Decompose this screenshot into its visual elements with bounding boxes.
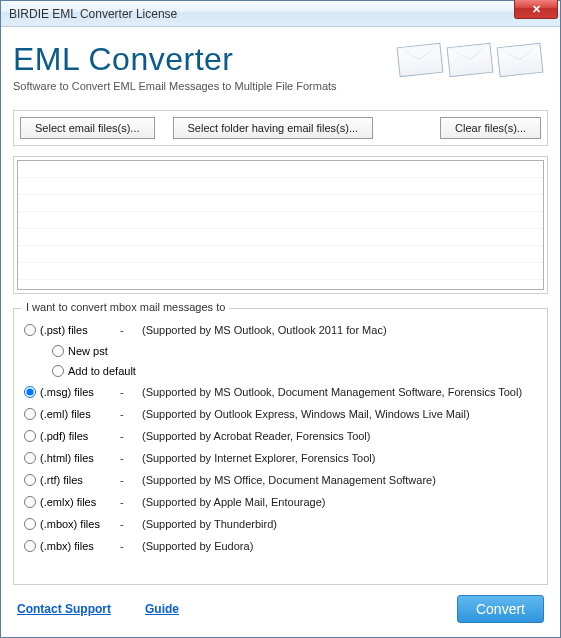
format-dash: - xyxy=(120,452,142,464)
format-label: (.mbox) files xyxy=(40,518,120,530)
format-dash: - xyxy=(120,496,142,508)
format-subrow-adddef: Add to default xyxy=(24,361,537,381)
convert-button[interactable]: Convert xyxy=(457,595,544,623)
format-desc: (Supported by MS Outlook, Outlook 2011 f… xyxy=(142,324,537,336)
envelope-icon xyxy=(397,43,444,77)
format-radio-msg[interactable] xyxy=(24,386,36,398)
format-row-mbx: (.mbx) files-(Supported by Eudora) xyxy=(24,535,537,557)
format-dash: - xyxy=(120,518,142,530)
format-subrow-newpst: New pst xyxy=(24,341,537,361)
format-desc: (Supported by Eudora) xyxy=(142,540,537,552)
format-radio-eml[interactable] xyxy=(24,408,36,420)
titlebar: BIRDIE EML Converter License ✕ xyxy=(1,1,560,27)
format-row-rtf: (.rtf) files-(Supported by MS Office, Do… xyxy=(24,469,537,491)
formats-table: (.pst) files-(Supported by MS Outlook, O… xyxy=(24,319,537,557)
envelope-decor xyxy=(398,45,542,75)
app-window: BIRDIE EML Converter License ✕ EML Conve… xyxy=(0,0,561,638)
formats-legend: I want to convert mbox mail messages to xyxy=(22,301,229,313)
app-subtitle: Software to Convert EML Email Messages t… xyxy=(13,80,548,92)
select-folder-button[interactable]: Select folder having email files(s)... xyxy=(173,117,374,139)
format-subradio-adddef[interactable] xyxy=(52,365,64,377)
format-row-emlx: (.emlx) files-(Supported by Apple Mail, … xyxy=(24,491,537,513)
format-row-msg: (.msg) files-(Supported by MS Outlook, D… xyxy=(24,381,537,403)
format-desc: (Supported by Thunderbird) xyxy=(142,518,537,530)
envelope-icon xyxy=(447,43,494,77)
file-listbox[interactable] xyxy=(17,160,544,290)
format-subradio-newpst[interactable] xyxy=(52,345,64,357)
format-label: (.rtf) files xyxy=(40,474,120,486)
format-dash: - xyxy=(120,430,142,442)
format-label: (.mbx) files xyxy=(40,540,120,552)
format-label: (.pst) files xyxy=(40,324,120,336)
footer: Contact Support Guide Convert xyxy=(13,585,548,625)
format-row-pdf: (.pdf) files-(Supported by Acrobat Reade… xyxy=(24,425,537,447)
format-row-pst: (.pst) files-(Supported by MS Outlook, O… xyxy=(24,319,537,341)
header: EML Converter Software to Convert EML Em… xyxy=(13,37,548,104)
file-list-group xyxy=(13,156,548,294)
envelope-icon xyxy=(497,43,544,77)
format-dash: - xyxy=(120,408,142,420)
format-sublabel: New pst xyxy=(68,345,108,357)
format-dash: - xyxy=(120,324,142,336)
format-dash: - xyxy=(120,474,142,486)
format-dash: - xyxy=(120,540,142,552)
format-desc: (Supported by Internet Explorer, Forensi… xyxy=(142,452,537,464)
format-row-eml: (.eml) files-(Supported by Outlook Expre… xyxy=(24,403,537,425)
format-row-mbox: (.mbox) files-(Supported by Thunderbird) xyxy=(24,513,537,535)
toolbar: Select email files(s)... Select folder h… xyxy=(13,110,548,146)
format-radio-pst[interactable] xyxy=(24,324,36,336)
format-desc: (Supported by Acrobat Reader, Forensics … xyxy=(142,430,537,442)
format-dash: - xyxy=(120,386,142,398)
formats-group: I want to convert mbox mail messages to … xyxy=(13,308,548,585)
content-area: EML Converter Software to Convert EML Em… xyxy=(1,27,560,637)
format-label: (.eml) files xyxy=(40,408,120,420)
format-sublabel: Add to default xyxy=(68,365,136,377)
format-desc: (Supported by MS Outlook, Document Manag… xyxy=(142,386,537,398)
format-desc: (Supported by Apple Mail, Entourage) xyxy=(142,496,537,508)
clear-files-button[interactable]: Clear files(s)... xyxy=(440,117,541,139)
guide-link[interactable]: Guide xyxy=(145,602,179,616)
format-desc: (Supported by MS Office, Document Manage… xyxy=(142,474,537,486)
window-title: BIRDIE EML Converter License xyxy=(9,7,177,21)
format-radio-rtf[interactable] xyxy=(24,474,36,486)
select-files-button[interactable]: Select email files(s)... xyxy=(20,117,155,139)
format-radio-mbox[interactable] xyxy=(24,518,36,530)
format-radio-mbx[interactable] xyxy=(24,540,36,552)
format-radio-emlx[interactable] xyxy=(24,496,36,508)
format-label: (.pdf) files xyxy=(40,430,120,442)
format-label: (.msg) files xyxy=(40,386,120,398)
contact-support-link[interactable]: Contact Support xyxy=(17,602,111,616)
format-radio-html[interactable] xyxy=(24,452,36,464)
close-button[interactable]: ✕ xyxy=(514,0,558,19)
format-desc: (Supported by Outlook Express, Windows M… xyxy=(142,408,537,420)
format-row-html: (.html) files-(Supported by Internet Exp… xyxy=(24,447,537,469)
format-label: (.html) files xyxy=(40,452,120,464)
close-icon: ✕ xyxy=(532,4,541,15)
format-label: (.emlx) files xyxy=(40,496,120,508)
format-radio-pdf[interactable] xyxy=(24,430,36,442)
